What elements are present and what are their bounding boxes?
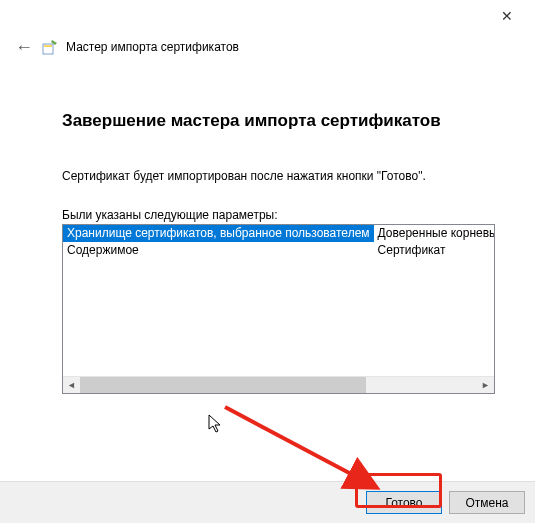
row-value: Доверенные корневые центры сертификации — [374, 225, 494, 242]
table-row[interactable]: Хранилище сертификатов, выбранное пользо… — [63, 225, 494, 242]
row-key: Хранилище сертификатов, выбранное пользо… — [63, 225, 374, 242]
table-row[interactable]: Содержимое Сертификат — [63, 242, 494, 259]
page-heading: Завершение мастера импорта сертификатов — [62, 111, 495, 131]
wizard-icon — [42, 39, 58, 55]
row-value: Сертификат — [374, 242, 494, 259]
horizontal-scrollbar[interactable]: ◄ ► — [63, 376, 494, 393]
dialog-button-bar: Готово Отмена — [0, 481, 535, 523]
wizard-content: Завершение мастера импорта сертификатов … — [0, 56, 535, 394]
window-titlebar: ✕ — [0, 0, 535, 30]
finish-button[interactable]: Готово — [366, 491, 442, 514]
table-label: Были указаны следующие параметры: — [62, 208, 495, 222]
wizard-header: ← Мастер импорта сертификатов — [0, 30, 535, 56]
back-arrow-icon[interactable]: ← — [14, 38, 34, 56]
scroll-left-arrow-icon[interactable]: ◄ — [63, 377, 80, 393]
row-key: Содержимое — [63, 242, 374, 259]
info-text: Сертификат будет импортирован после нажа… — [62, 169, 495, 183]
wizard-title: Мастер импорта сертификатов — [66, 40, 239, 54]
svg-rect-1 — [44, 45, 52, 47]
svg-line-2 — [225, 407, 370, 484]
summary-table-viewport[interactable]: Хранилище сертификатов, выбранное пользо… — [63, 225, 494, 378]
scroll-thumb[interactable] — [80, 377, 366, 393]
scroll-right-arrow-icon[interactable]: ► — [477, 377, 494, 393]
cancel-button[interactable]: Отмена — [449, 491, 525, 514]
summary-table-container: Хранилище сертификатов, выбранное пользо… — [62, 224, 495, 394]
close-button[interactable]: ✕ — [487, 4, 527, 28]
scroll-track[interactable] — [80, 377, 477, 393]
summary-table: Хранилище сертификатов, выбранное пользо… — [63, 225, 494, 259]
mouse-cursor-icon — [208, 414, 224, 434]
